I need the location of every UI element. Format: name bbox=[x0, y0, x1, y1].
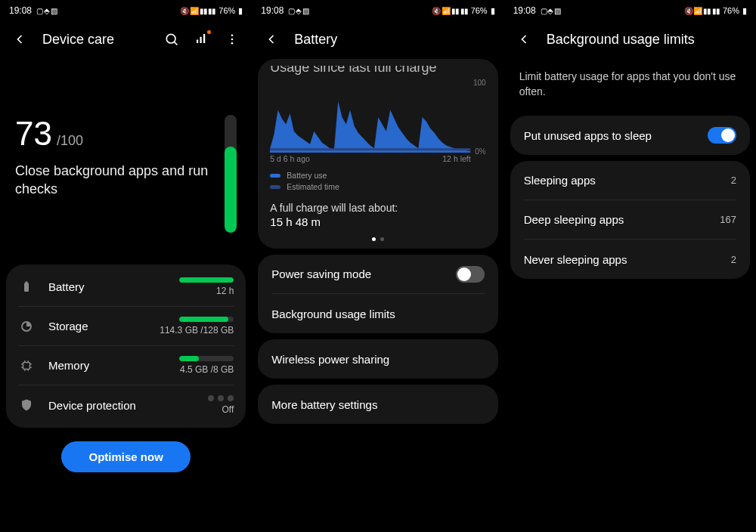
phone-device-care: 19:08 ▢ ⬘ ▧ 🔇 📶 ▮▮ ▮▮ 76% ▮ Device care … bbox=[0, 0, 252, 532]
sleep-toggle-group: Put unused apps to sleep bbox=[510, 116, 750, 155]
status-time: 19:08 bbox=[9, 5, 32, 16]
row-power-saving[interactable]: Power saving mode bbox=[271, 255, 484, 294]
page-title: Device care bbox=[42, 32, 149, 48]
row-label: More battery settings bbox=[271, 398, 484, 411]
row-label: Put unused apps to sleep bbox=[524, 129, 708, 142]
row-label: Battery bbox=[48, 280, 179, 293]
sleep-apps-list: Sleeping apps 2 Deep sleeping apps 167 N… bbox=[510, 161, 750, 279]
hero-subtitle: Close background apps and run checks bbox=[15, 162, 212, 199]
sleeping-count: 2 bbox=[731, 175, 736, 186]
hero-section: 73 /100 Close background apps and run ch… bbox=[0, 57, 252, 260]
back-icon[interactable] bbox=[264, 32, 279, 47]
header: Device care bbox=[0, 21, 252, 57]
status-right-icons: 🔇 📶 ▮▮ ▮▮ bbox=[180, 7, 215, 15]
row-deep-sleeping[interactable]: Deep sleeping apps 167 bbox=[524, 200, 736, 240]
full-charge-label: A full charge will last about: bbox=[270, 202, 485, 214]
svg-point-6 bbox=[231, 42, 234, 45]
svg-rect-3 bbox=[203, 34, 205, 43]
status-bar: 19:08 ▢ ⬘ ▧ 🔇 📶 ▮▮ ▮▮ 76% ▮ bbox=[252, 0, 503, 21]
optimise-button[interactable]: Optimise now bbox=[61, 441, 190, 472]
battery-icon: ▮ bbox=[238, 6, 243, 16]
row-label: Never sleeping apps bbox=[524, 253, 731, 266]
chart-x-end: 12 h left bbox=[442, 154, 470, 163]
legend-estimated: Estimated time bbox=[287, 182, 339, 191]
score-bar bbox=[225, 115, 237, 233]
battery-icon: ▮ bbox=[742, 6, 747, 16]
row-label: Deep sleeping apps bbox=[524, 213, 720, 226]
deep-count: 167 bbox=[720, 214, 736, 225]
protection-value: Off bbox=[222, 404, 234, 415]
svg-rect-7 bbox=[24, 283, 29, 292]
svg-point-5 bbox=[231, 39, 234, 41]
status-notif-icons: ▢ ⬘ ▧ bbox=[541, 7, 561, 15]
status-time: 19:08 bbox=[513, 5, 536, 16]
page-description: Limit battery usage for apps that you do… bbox=[504, 57, 756, 110]
status-time: 19:08 bbox=[261, 5, 284, 16]
page-title: Background usage limits bbox=[547, 32, 744, 48]
status-right-icons: 🔇 📶 ▮▮ ▮▮ bbox=[432, 7, 467, 15]
device-care-list: Battery 12 h Storage 114.3 GB /128 GB Me… bbox=[6, 264, 246, 428]
legend-swatch-estimated bbox=[270, 185, 280, 189]
svg-rect-2 bbox=[200, 37, 202, 43]
row-label: Wireless power sharing bbox=[271, 353, 484, 366]
row-sleeping-apps[interactable]: Sleeping apps 2 bbox=[524, 161, 736, 200]
row-label: Background usage limits bbox=[271, 308, 484, 320]
status-battery-pct: 76% bbox=[723, 6, 739, 15]
score-max: /100 bbox=[57, 133, 83, 149]
legend-swatch-battery-use bbox=[270, 174, 280, 178]
battery-chart-card[interactable]: Usage since last full charge 100 0% 5 d … bbox=[258, 59, 497, 249]
never-count: 2 bbox=[731, 254, 736, 265]
chart-legend: Battery use Estimated time bbox=[270, 171, 485, 191]
row-label: Device protection bbox=[48, 399, 208, 412]
full-charge-value: 15 h 48 m bbox=[270, 215, 485, 228]
shield-icon bbox=[18, 397, 35, 413]
svg-point-4 bbox=[231, 34, 234, 36]
row-memory[interactable]: Memory 4.5 GB /8 GB bbox=[18, 346, 234, 385]
status-notif-icons: ▢ ⬘ ▧ bbox=[288, 7, 308, 15]
sleep-toggle[interactable] bbox=[708, 127, 736, 144]
more-icon[interactable] bbox=[225, 32, 240, 47]
row-device-protection[interactable]: Device protection Off bbox=[18, 385, 234, 425]
search-icon[interactable] bbox=[164, 32, 179, 47]
chart-x-labels: 5 d 6 h ago 12 h left bbox=[270, 154, 485, 163]
svg-point-0 bbox=[167, 34, 176, 43]
row-label: Power saving mode bbox=[271, 268, 455, 280]
status-notif-icons: ▢ ⬘ ▧ bbox=[36, 7, 57, 15]
battery-chart: 100 0% bbox=[270, 82, 470, 153]
power-saving-toggle[interactable] bbox=[456, 266, 485, 283]
back-icon[interactable] bbox=[516, 32, 531, 47]
header: Background usage limits bbox=[504, 21, 756, 57]
chart-y-top: 100 bbox=[473, 79, 486, 87]
legend-battery-use: Battery use bbox=[287, 171, 327, 180]
row-wireless-share[interactable]: Wireless power sharing bbox=[271, 339, 484, 379]
row-more-settings[interactable]: More battery settings bbox=[271, 385, 484, 424]
row-put-unused-sleep[interactable]: Put unused apps to sleep bbox=[524, 116, 736, 155]
status-bar: 19:08 ▢ ⬘ ▧ 🔇 📶 ▮▮ ▮▮ 76% ▮ bbox=[504, 0, 756, 21]
row-label: Sleeping apps bbox=[524, 174, 731, 187]
phone-battery: 19:08 ▢ ⬘ ▧ 🔇 📶 ▮▮ ▮▮ 76% ▮ Battery Usag… bbox=[252, 0, 503, 532]
svg-rect-1 bbox=[197, 40, 198, 44]
settings-group-2: Wireless power sharing bbox=[258, 339, 497, 379]
chart-y-bottom: 0% bbox=[475, 147, 485, 156]
back-icon[interactable] bbox=[12, 32, 27, 47]
settings-group-3: More battery settings bbox=[258, 385, 497, 424]
chart-title: Usage since last full charge bbox=[270, 66, 485, 76]
row-never-sleeping[interactable]: Never sleeping apps 2 bbox=[524, 240, 736, 279]
battery-icon bbox=[18, 279, 35, 295]
row-bg-limits[interactable]: Background usage limits bbox=[271, 294, 484, 333]
status-battery-pct: 76% bbox=[471, 6, 488, 15]
memory-value: 4.5 GB /8 GB bbox=[180, 364, 234, 375]
score-value: 73 bbox=[15, 115, 52, 153]
row-storage[interactable]: Storage 114.3 GB /128 GB bbox=[18, 307, 234, 346]
svg-rect-8 bbox=[26, 281, 28, 283]
header: Battery bbox=[252, 21, 503, 57]
pager-dots bbox=[270, 237, 485, 241]
row-label: Memory bbox=[48, 359, 179, 372]
svg-rect-11 bbox=[270, 148, 470, 150]
report-icon[interactable] bbox=[194, 32, 209, 47]
row-battery[interactable]: Battery 12 h bbox=[18, 268, 234, 307]
chart-x-start: 5 d 6 h ago bbox=[270, 154, 310, 163]
phone-bg-limits: 19:08 ▢ ⬘ ▧ 🔇 📶 ▮▮ ▮▮ 76% ▮ Background u… bbox=[504, 0, 756, 532]
status-bar: 19:08 ▢ ⬘ ▧ 🔇 📶 ▮▮ ▮▮ 76% ▮ bbox=[0, 0, 252, 21]
storage-value: 114.3 GB /128 GB bbox=[160, 325, 234, 336]
